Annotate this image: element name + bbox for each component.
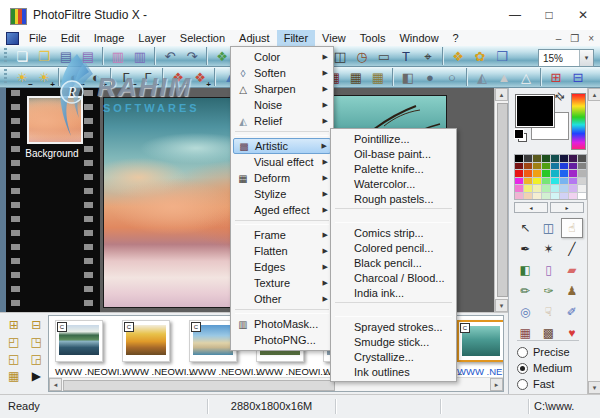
filter-menu-item[interactable]: [235, 131, 329, 136]
toolbar-button[interactable]: ☀ −: [12, 68, 32, 86]
filter-menu-item[interactable]: △ Sharpen ▶: [231, 81, 333, 97]
scroll-up-button[interactable]: ▴: [588, 88, 600, 101]
submenu-item[interactable]: Colored pencil...: [331, 240, 456, 255]
image-thumbnail[interactable]: C WWW .NEOWI...: [122, 320, 170, 377]
toolbar-button[interactable]: ◭: [472, 68, 492, 86]
palette-color-cell[interactable]: [551, 185, 559, 192]
submenu-item[interactable]: Rough pastels...: [331, 191, 456, 206]
toolbar-gripper[interactable]: [4, 48, 7, 64]
palette-color-cell[interactable]: [569, 193, 577, 200]
palette-color-cell[interactable]: [542, 163, 550, 170]
filter-menu-item[interactable]: ▥ PhotoMask...: [231, 316, 333, 332]
toolbar-button[interactable]: ❐: [34, 47, 54, 65]
toolbar-button[interactable]: ▤: [78, 47, 98, 65]
scroll-up-button[interactable]: ▴: [495, 88, 508, 101]
filter-menu-item[interactable]: [235, 220, 329, 225]
render-option-radio[interactable]: Fast: [517, 378, 572, 390]
tool-button[interactable]: ↖: [514, 218, 536, 238]
palette-color-cell[interactable]: [524, 155, 532, 162]
filter-menu-item[interactable]: Stylize ▶: [231, 186, 333, 202]
palette-color-cell[interactable]: [533, 163, 541, 170]
menu-bar-item[interactable]: ?: [446, 30, 466, 46]
palette-color-cell[interactable]: [542, 178, 550, 185]
toolbar-button[interactable]: ↶: [160, 47, 180, 65]
toolbar-button[interactable]: ❏: [12, 47, 32, 65]
menu-bar-item[interactable]: File: [22, 30, 54, 46]
toolbar-button[interactable]: ▲: [494, 68, 514, 86]
rainbow-color-picker[interactable]: [571, 93, 586, 150]
filter-menu-item[interactable]: Color ▶: [231, 49, 333, 65]
palette-color-cell[interactable]: [515, 170, 523, 177]
toolbar-button[interactable]: ⊞: [546, 68, 566, 86]
palette-color-cell[interactable]: [515, 163, 523, 170]
menu-bar-item[interactable]: Window: [392, 30, 445, 46]
submenu-item[interactable]: Charcoal / Blood...: [331, 270, 456, 285]
image-thumbnail[interactable]: C WWW .NEOWI..: [55, 320, 103, 377]
filter-menu-item[interactable]: Edges ▶: [231, 259, 333, 275]
scrollbar-thumb[interactable]: [63, 380, 335, 391]
toolbar-button[interactable]: [466, 68, 468, 86]
palette-color-cell[interactable]: [551, 170, 559, 177]
toolbar-button[interactable]: ✿: [470, 47, 490, 65]
toolbar-button[interactable]: ❖ +: [190, 68, 210, 86]
toolbar-button[interactable]: ○: [442, 68, 462, 86]
doc-minimize-button[interactable]: –: [556, 33, 562, 44]
render-option-radio[interactable]: Precise: [517, 346, 572, 358]
palette-color-cell[interactable]: [578, 178, 586, 185]
panel-vertical-scrollbar[interactable]: ▴ ▾: [587, 88, 600, 394]
filter-menu-item[interactable]: Other ▶: [231, 291, 333, 307]
menu-bar-item[interactable]: Layer: [131, 30, 173, 46]
tool-button[interactable]: ▯: [537, 260, 559, 280]
canvas-vertical-scrollbar[interactable]: ▴ ▾: [494, 88, 508, 312]
tool-button[interactable]: ╱: [561, 239, 583, 259]
palette-color-cell[interactable]: [560, 170, 568, 177]
toolbar-button[interactable]: [206, 47, 208, 65]
menu-bar-item[interactable]: Adjust: [232, 30, 277, 46]
menu-bar-item[interactable]: Edit: [54, 30, 87, 46]
toolbar-gripper[interactable]: [4, 69, 7, 85]
toolbar-button[interactable]: ☀ +: [34, 68, 54, 86]
tool-button[interactable]: ✶: [537, 239, 559, 259]
toolbar-button[interactable]: [392, 68, 394, 86]
toolbar-button[interactable]: [162, 68, 164, 86]
toolbar-button[interactable]: ●: [420, 68, 440, 86]
palette-color-cell[interactable]: [542, 185, 550, 192]
palette-color-cell[interactable]: [578, 163, 586, 170]
submenu-item[interactable]: Watercolor...: [331, 176, 456, 191]
palette-color-cell[interactable]: [533, 178, 541, 185]
palette-color-cell[interactable]: [578, 193, 586, 200]
toolbar-button[interactable]: ▭: [374, 47, 394, 65]
tool-button[interactable]: ☟: [537, 302, 559, 322]
menu-bar-item[interactable]: Selection: [173, 30, 232, 46]
toolbar-button[interactable]: ▥: [130, 47, 150, 65]
filter-menu-item[interactable]: ▦ Deform ▶: [231, 170, 333, 186]
toolbar-button[interactable]: [102, 47, 104, 65]
explorer-button[interactable]: ▦: [4, 369, 24, 383]
zoom-dropdown-button[interactable]: ▾: [579, 50, 593, 66]
palette-color-cell[interactable]: [560, 155, 568, 162]
tool-button[interactable]: ◫: [537, 218, 559, 238]
minimize-button[interactable]: —: [498, 0, 532, 30]
tool-button[interactable]: ✑: [537, 281, 559, 301]
scroll-down-button[interactable]: ▾: [495, 299, 508, 312]
toolbar-button[interactable]: ▦: [346, 68, 366, 86]
palette-color-cell[interactable]: [524, 178, 532, 185]
palette-color-cell[interactable]: [542, 155, 550, 162]
zoom-control[interactable]: 15% ▾: [538, 49, 594, 67]
palette-color-cell[interactable]: [515, 155, 523, 162]
submenu-item[interactable]: Pointillize...: [331, 131, 456, 146]
toolbar-button[interactable]: [214, 68, 216, 86]
tool-button[interactable]: ◧: [514, 260, 536, 280]
palette-color-cell[interactable]: [578, 185, 586, 192]
explorer-button[interactable]: ⊟: [27, 318, 47, 332]
palette-color-cell[interactable]: [551, 178, 559, 185]
tool-button[interactable]: ◎: [514, 302, 536, 322]
toolbar-button[interactable]: ◐ +: [86, 68, 106, 86]
palette-color-cell[interactable]: [515, 193, 523, 200]
toolbar-button[interactable]: ❒: [492, 47, 512, 65]
menu-bar-item[interactable]: Image: [87, 30, 132, 46]
explorer-button[interactable]: ◲: [27, 352, 47, 366]
foreground-color-swatch[interactable]: [515, 94, 555, 128]
palette-color-cell[interactable]: [569, 178, 577, 185]
palette-color-cell[interactable]: [515, 185, 523, 192]
